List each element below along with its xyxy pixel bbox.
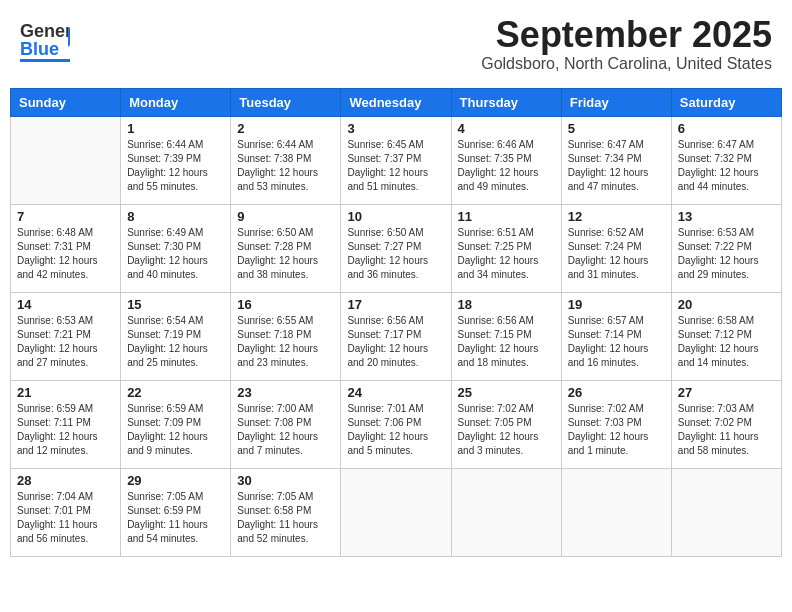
day-info: Sunrise: 6:52 AMSunset: 7:24 PMDaylight:… — [568, 226, 665, 282]
weekday-header-tuesday: Tuesday — [231, 88, 341, 116]
calendar-cell: 19Sunrise: 6:57 AMSunset: 7:14 PMDayligh… — [561, 292, 671, 380]
day-number: 14 — [17, 297, 114, 312]
calendar-cell: 6Sunrise: 6:47 AMSunset: 7:32 PMDaylight… — [671, 116, 781, 204]
calendar-week-4: 28Sunrise: 7:04 AMSunset: 7:01 PMDayligh… — [11, 468, 782, 556]
location-title: Goldsboro, North Carolina, United States — [481, 55, 772, 73]
weekday-header-friday: Friday — [561, 88, 671, 116]
calendar-cell — [561, 468, 671, 556]
calendar-cell: 30Sunrise: 7:05 AMSunset: 6:58 PMDayligh… — [231, 468, 341, 556]
calendar-cell: 23Sunrise: 7:00 AMSunset: 7:08 PMDayligh… — [231, 380, 341, 468]
day-number: 6 — [678, 121, 775, 136]
calendar-week-1: 7Sunrise: 6:48 AMSunset: 7:31 PMDaylight… — [11, 204, 782, 292]
weekday-header-monday: Monday — [121, 88, 231, 116]
calendar-week-3: 21Sunrise: 6:59 AMSunset: 7:11 PMDayligh… — [11, 380, 782, 468]
calendar-cell: 18Sunrise: 6:56 AMSunset: 7:15 PMDayligh… — [451, 292, 561, 380]
day-info: Sunrise: 7:03 AMSunset: 7:02 PMDaylight:… — [678, 402, 775, 458]
calendar-table: SundayMondayTuesdayWednesdayThursdayFrid… — [10, 88, 782, 557]
day-info: Sunrise: 6:54 AMSunset: 7:19 PMDaylight:… — [127, 314, 224, 370]
calendar-cell: 9Sunrise: 6:50 AMSunset: 7:28 PMDaylight… — [231, 204, 341, 292]
day-info: Sunrise: 6:46 AMSunset: 7:35 PMDaylight:… — [458, 138, 555, 194]
calendar-cell — [11, 116, 121, 204]
day-info: Sunrise: 6:59 AMSunset: 7:11 PMDaylight:… — [17, 402, 114, 458]
calendar-cell: 28Sunrise: 7:04 AMSunset: 7:01 PMDayligh… — [11, 468, 121, 556]
day-number: 22 — [127, 385, 224, 400]
day-info: Sunrise: 6:59 AMSunset: 7:09 PMDaylight:… — [127, 402, 224, 458]
day-number: 27 — [678, 385, 775, 400]
day-info: Sunrise: 6:50 AMSunset: 7:28 PMDaylight:… — [237, 226, 334, 282]
day-info: Sunrise: 6:47 AMSunset: 7:34 PMDaylight:… — [568, 138, 665, 194]
calendar-cell: 17Sunrise: 6:56 AMSunset: 7:17 PMDayligh… — [341, 292, 451, 380]
calendar-cell: 13Sunrise: 6:53 AMSunset: 7:22 PMDayligh… — [671, 204, 781, 292]
calendar-week-0: 1Sunrise: 6:44 AMSunset: 7:39 PMDaylight… — [11, 116, 782, 204]
title-block: September 2025 Goldsboro, North Carolina… — [481, 15, 772, 73]
day-info: Sunrise: 7:05 AMSunset: 6:58 PMDaylight:… — [237, 490, 334, 546]
day-info: Sunrise: 6:53 AMSunset: 7:22 PMDaylight:… — [678, 226, 775, 282]
calendar-cell: 3Sunrise: 6:45 AMSunset: 7:37 PMDaylight… — [341, 116, 451, 204]
logo: General Blue — [20, 15, 74, 69]
calendar-cell: 21Sunrise: 6:59 AMSunset: 7:11 PMDayligh… — [11, 380, 121, 468]
weekday-header-wednesday: Wednesday — [341, 88, 451, 116]
day-info: Sunrise: 6:51 AMSunset: 7:25 PMDaylight:… — [458, 226, 555, 282]
calendar-cell: 24Sunrise: 7:01 AMSunset: 7:06 PMDayligh… — [341, 380, 451, 468]
calendar-cell: 29Sunrise: 7:05 AMSunset: 6:59 PMDayligh… — [121, 468, 231, 556]
day-number: 1 — [127, 121, 224, 136]
day-number: 11 — [458, 209, 555, 224]
day-number: 19 — [568, 297, 665, 312]
calendar-cell: 26Sunrise: 7:02 AMSunset: 7:03 PMDayligh… — [561, 380, 671, 468]
calendar-cell: 4Sunrise: 6:46 AMSunset: 7:35 PMDaylight… — [451, 116, 561, 204]
day-number: 29 — [127, 473, 224, 488]
calendar-cell: 25Sunrise: 7:02 AMSunset: 7:05 PMDayligh… — [451, 380, 561, 468]
calendar-cell: 5Sunrise: 6:47 AMSunset: 7:34 PMDaylight… — [561, 116, 671, 204]
calendar-cell: 14Sunrise: 6:53 AMSunset: 7:21 PMDayligh… — [11, 292, 121, 380]
calendar-cell: 12Sunrise: 6:52 AMSunset: 7:24 PMDayligh… — [561, 204, 671, 292]
day-number: 25 — [458, 385, 555, 400]
calendar-cell: 16Sunrise: 6:55 AMSunset: 7:18 PMDayligh… — [231, 292, 341, 380]
page-header: General Blue September 2025 Goldsboro, N… — [10, 10, 782, 78]
calendar-cell: 7Sunrise: 6:48 AMSunset: 7:31 PMDaylight… — [11, 204, 121, 292]
calendar-cell: 11Sunrise: 6:51 AMSunset: 7:25 PMDayligh… — [451, 204, 561, 292]
day-number: 7 — [17, 209, 114, 224]
day-info: Sunrise: 7:05 AMSunset: 6:59 PMDaylight:… — [127, 490, 224, 546]
day-number: 9 — [237, 209, 334, 224]
day-number: 2 — [237, 121, 334, 136]
calendar-cell: 8Sunrise: 6:49 AMSunset: 7:30 PMDaylight… — [121, 204, 231, 292]
day-number: 12 — [568, 209, 665, 224]
weekday-header-thursday: Thursday — [451, 88, 561, 116]
svg-text:Blue: Blue — [20, 39, 59, 59]
day-number: 17 — [347, 297, 444, 312]
day-number: 3 — [347, 121, 444, 136]
svg-rect-3 — [20, 59, 70, 62]
calendar-cell: 15Sunrise: 6:54 AMSunset: 7:19 PMDayligh… — [121, 292, 231, 380]
month-title: September 2025 — [481, 15, 772, 55]
calendar-cell — [671, 468, 781, 556]
day-info: Sunrise: 6:58 AMSunset: 7:12 PMDaylight:… — [678, 314, 775, 370]
calendar-cell — [451, 468, 561, 556]
calendar-week-2: 14Sunrise: 6:53 AMSunset: 7:21 PMDayligh… — [11, 292, 782, 380]
calendar-cell — [341, 468, 451, 556]
day-number: 4 — [458, 121, 555, 136]
day-info: Sunrise: 6:50 AMSunset: 7:27 PMDaylight:… — [347, 226, 444, 282]
day-number: 10 — [347, 209, 444, 224]
day-info: Sunrise: 6:53 AMSunset: 7:21 PMDaylight:… — [17, 314, 114, 370]
day-number: 13 — [678, 209, 775, 224]
logo-icon: General Blue — [20, 15, 70, 69]
day-number: 15 — [127, 297, 224, 312]
calendar-cell: 22Sunrise: 6:59 AMSunset: 7:09 PMDayligh… — [121, 380, 231, 468]
day-info: Sunrise: 6:44 AMSunset: 7:39 PMDaylight:… — [127, 138, 224, 194]
day-info: Sunrise: 6:49 AMSunset: 7:30 PMDaylight:… — [127, 226, 224, 282]
calendar-cell: 27Sunrise: 7:03 AMSunset: 7:02 PMDayligh… — [671, 380, 781, 468]
calendar-cell: 20Sunrise: 6:58 AMSunset: 7:12 PMDayligh… — [671, 292, 781, 380]
day-number: 23 — [237, 385, 334, 400]
weekday-header-saturday: Saturday — [671, 88, 781, 116]
day-number: 21 — [17, 385, 114, 400]
day-info: Sunrise: 7:00 AMSunset: 7:08 PMDaylight:… — [237, 402, 334, 458]
day-number: 18 — [458, 297, 555, 312]
calendar-cell: 1Sunrise: 6:44 AMSunset: 7:39 PMDaylight… — [121, 116, 231, 204]
day-info: Sunrise: 6:57 AMSunset: 7:14 PMDaylight:… — [568, 314, 665, 370]
day-number: 26 — [568, 385, 665, 400]
day-info: Sunrise: 7:02 AMSunset: 7:05 PMDaylight:… — [458, 402, 555, 458]
day-number: 8 — [127, 209, 224, 224]
day-number: 20 — [678, 297, 775, 312]
svg-text:General: General — [20, 21, 70, 41]
calendar-header: SundayMondayTuesdayWednesdayThursdayFrid… — [11, 88, 782, 116]
